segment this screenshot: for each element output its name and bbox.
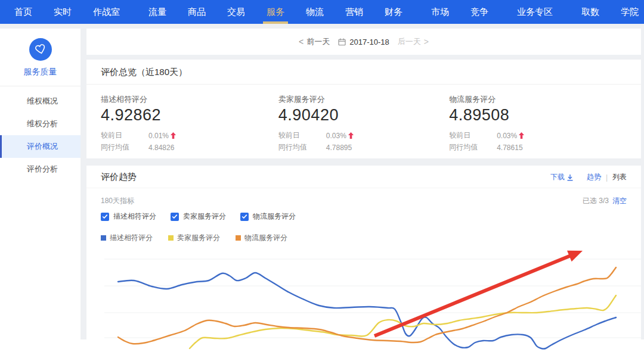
chart-legend: 描述相符评分 卖家服务评分 物流服务评分 [101,233,641,243]
next-day-label: 后一天 [398,36,421,47]
sidebar-item-review-overview[interactable]: 评价概况 [0,135,80,158]
main-content: < 前一天 2017-10-18 后一天 > 评价总览（近180天） [86,29,641,352]
nav-item-trade[interactable]: 交易 [216,0,256,24]
metric-logistics-score: 物流服务评分 4.89508 较前日 0.03% 同行均值 4.78615 [449,94,627,152]
checkbox-description-score[interactable]: 描述相符评分 [101,211,171,222]
legend-swatch [101,235,106,241]
peer-label: 同行均值 [278,142,326,152]
layout-gap [86,158,641,166]
legend-swatch [168,235,174,241]
sidebar-item-review-analysis[interactable]: 评价分析 [0,158,80,180]
metrics-row: 描述相符评分 4.92862 较前日 0.01% 同行均值 4.84826 [86,85,641,152]
page-background-strip [0,24,644,29]
change-label: 较前日 [449,130,497,141]
metric-label: 物流服务评分 [449,94,627,105]
clear-button[interactable]: 清空 [612,196,627,206]
nav-item-market[interactable]: 市场 [420,0,460,24]
checkbox-logistics-score[interactable]: 物流服务评分 [240,211,310,222]
legend-label: 描述相符评分 [110,233,153,243]
nav-item-data-fetch[interactable]: 取数 [571,0,610,24]
change-value: 0.03% [497,132,517,140]
layout-gap [641,29,644,339]
peer-label: 同行均值 [449,142,497,152]
trend-filters: 180天指标 已选 3/3 清空 描述相符评分 [86,188,641,222]
legend-item-seller-service-score[interactable]: 卖家服务评分 [168,233,220,243]
download-label: 下载 [550,172,565,182]
sidebar-group-title: 服务质量 [0,67,80,77]
checkbox-checked-icon [240,213,249,221]
calendar-icon [338,38,346,46]
checkbox-checked-icon [101,213,109,221]
period-label: 180天指标 [101,196,134,206]
change-label: 较前日 [278,130,326,141]
up-arrow-icon [171,132,176,139]
download-icon [566,174,574,181]
trend-chart-svg [104,247,641,350]
nav-item-marketing[interactable]: 营销 [335,0,374,24]
up-arrow-icon [519,132,524,139]
metric-label: 卖家服务评分 [278,94,449,105]
change-value: 0.01% [148,132,169,140]
heart-icon [29,38,52,61]
sidebar-item-rights-overview[interactable]: 维权概况 [0,90,80,113]
metric-description-score: 描述相符评分 4.92862 较前日 0.01% 同行均值 4.84826 [101,94,278,152]
date-bar: < 前一天 2017-10-18 后一天 > [86,29,641,55]
checkbox-label: 描述相符评分 [113,211,156,222]
metric-value: 4.92862 [101,106,278,124]
metric-value: 4.90420 [278,106,449,124]
legend-item-description-score[interactable]: 描述相符评分 [101,233,153,243]
overview-title: 评价总览（近180天） [86,60,641,85]
view-separator: | [606,173,608,182]
selected-count: 已选 3/3 [583,196,609,206]
checkbox-seller-service-score[interactable]: 卖家服务评分 [171,211,240,222]
change-label: 较前日 [101,130,148,141]
prev-day-button[interactable]: < 前一天 [299,36,330,47]
up-arrow-icon [348,132,354,139]
metric-sub: 较前日 0.03% 同行均值 4.78615 [449,130,627,152]
trend-chart-area[interactable] [104,247,641,352]
nav-item-logistics[interactable]: 物流 [295,0,335,24]
legend-item-logistics-score[interactable]: 物流服务评分 [236,233,287,243]
sidebar-menu: 维权概况 维权分析 评价概况 评价分析 [0,86,80,180]
layout-gap [86,55,641,60]
layout-gap [80,29,86,339]
current-date: 2017-10-18 [349,38,389,46]
download-button[interactable]: 下载 [550,172,574,182]
prev-day-label: 前一天 [306,36,330,47]
nav-item-finance[interactable]: 财务 [374,0,413,24]
peer-value: 4.84826 [148,144,174,152]
next-day-button[interactable]: 后一天 > [398,36,429,47]
nav-item-competition[interactable]: 竞争 [460,0,499,24]
legend-label: 物流服务评分 [244,233,287,243]
checkbox-label: 物流服务评分 [253,211,296,222]
nav-item-realtime[interactable]: 实时 [43,0,82,24]
review-trend-card: 评价趋势 下载 趋势 | 列表 180天指标 [86,166,641,352]
view-list-tab[interactable]: 列表 [612,172,627,182]
nav-item-products[interactable]: 商品 [177,0,216,24]
nav-item-academy[interactable]: 学院 [610,0,644,24]
legend-label: 卖家服务评分 [177,233,220,243]
nav-item-service[interactable]: 服务 [256,0,295,24]
nav-item-traffic[interactable]: 流量 [138,0,177,24]
trend-title: 评价趋势 [101,172,137,183]
sidebar-item-rights-analysis[interactable]: 维权分析 [0,113,80,135]
chevron-right-icon: > [424,37,429,46]
sidebar: 服务质量 维权概况 维权分析 评价概况 评价分析 [0,29,80,339]
peer-value: 4.78615 [497,144,522,152]
metric-value: 4.89508 [449,106,627,124]
nav-item-warroom[interactable]: 作战室 [82,0,131,24]
top-navigation: 首页 实时 作战室 流量 商品 交易 服务 物流 营销 财务 市场 竞争 业务专… [0,0,644,24]
checkbox-checked-icon [171,213,179,221]
change-value: 0.03% [326,132,346,140]
peer-label: 同行均值 [101,142,148,152]
view-trend-tab[interactable]: 趋势 [587,172,601,182]
nav-item-home[interactable]: 首页 [4,0,43,24]
sidebar-group-header: 服务质量 [0,29,80,86]
peer-value: 4.78895 [326,144,352,152]
metric-label: 描述相符评分 [101,94,278,105]
date-picker[interactable]: 2017-10-18 [338,38,389,46]
metric-seller-service-score: 卖家服务评分 4.90420 较前日 0.03% 同行均值 4.78895 [278,94,449,152]
nav-item-business-zone[interactable]: 业务专区 [506,0,564,24]
chevron-left-icon: < [299,37,304,46]
metric-sub: 较前日 0.01% 同行均值 4.84826 [101,130,278,152]
